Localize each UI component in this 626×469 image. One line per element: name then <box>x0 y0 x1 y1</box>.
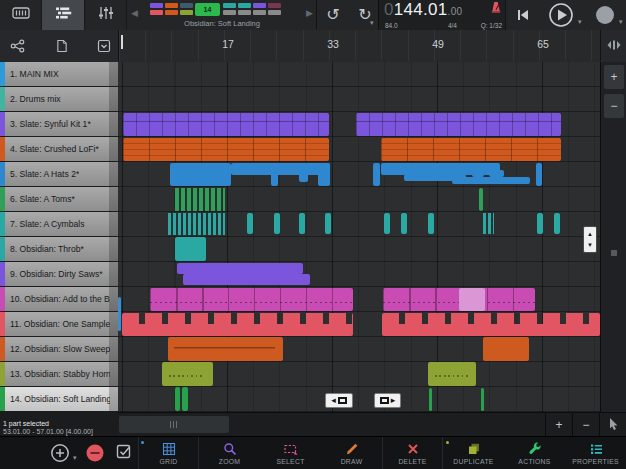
clip[interactable] <box>401 213 407 234</box>
zoom-in-vertical-button[interactable]: + <box>604 65 624 89</box>
overview-track-pill[interactable] <box>253 3 266 8</box>
play-button[interactable] <box>548 2 574 32</box>
zoom-out-vertical-button[interactable]: − <box>604 94 624 118</box>
auto-scroll-button[interactable] <box>599 413 626 436</box>
panel-splitter-button[interactable] <box>600 30 626 61</box>
clip[interactable] <box>483 213 494 234</box>
overview-selected-pill[interactable]: 14 <box>195 3 220 16</box>
zoom-out-horizontal-button[interactable]: − <box>572 413 599 436</box>
track-row[interactable]: 9. Obsidian: Dirty Saws* <box>0 262 118 286</box>
track-row[interactable]: 8. Obsidian: Throb* <box>0 237 118 261</box>
horizontal-scrollbar-thumb[interactable] <box>119 416 229 433</box>
clip[interactable] <box>481 388 484 411</box>
record-dropdown-caret-icon[interactable]: ▾ <box>619 18 623 26</box>
undo-button[interactable]: ↺ <box>320 3 346 27</box>
track-row[interactable]: 5. Slate: A Hats 2* <box>0 162 118 186</box>
mixer-view-button[interactable] <box>85 0 127 30</box>
overview-track-pill[interactable] <box>223 10 236 15</box>
transport-display[interactable]: 0144.01.00 84.0 4/4 Q: 1/32 <box>378 0 506 30</box>
track-row[interactable]: 3. Slate: Synful Kit 1* <box>0 112 118 136</box>
overview-track-pill[interactable] <box>268 3 281 8</box>
stepper-up-icon[interactable]: ▲ <box>587 231 593 237</box>
metronome-icon[interactable] <box>490 1 502 19</box>
overview-track-pill[interactable] <box>253 10 266 15</box>
clip[interactable] <box>382 313 600 336</box>
add-track-button[interactable] <box>50 443 70 467</box>
clip[interactable] <box>175 237 206 261</box>
toolbar-button-delete[interactable]: DELETE <box>382 437 443 469</box>
clip[interactable] <box>175 188 225 211</box>
vertical-stepper-control[interactable]: ▲ ▼ <box>583 226 597 253</box>
toolbar-button-actions[interactable]: ACTIONS <box>504 437 565 469</box>
media-browser-button[interactable] <box>0 0 42 30</box>
overview-prev-arrow-icon[interactable]: ◀ <box>131 8 138 18</box>
clip[interactable] <box>452 177 530 184</box>
toolbar-button-select[interactable]: SELECT <box>260 437 321 469</box>
clip[interactable] <box>271 163 278 186</box>
clip[interactable] <box>274 213 280 234</box>
track-row[interactable]: 4. Slate: Crushed LoFi* <box>0 137 118 161</box>
clip[interactable] <box>162 362 213 386</box>
horizontal-scrollbar-track[interactable] <box>118 413 545 436</box>
clip[interactable] <box>459 288 485 311</box>
track-row[interactable]: 7. Slate: A Cymbals <box>0 212 118 236</box>
arrange-view-button[interactable] <box>42 0 85 30</box>
clip[interactable] <box>150 288 353 311</box>
toolbar-button-zoom[interactable]: ZOOM <box>199 437 260 469</box>
clip[interactable] <box>182 387 188 411</box>
redo-dropdown-caret-icon[interactable]: ▾ <box>370 19 374 27</box>
clip[interactable] <box>472 170 484 177</box>
overview-track-pill[interactable] <box>268 10 281 15</box>
clip[interactable] <box>231 163 330 175</box>
clip[interactable] <box>299 163 308 182</box>
clip[interactable] <box>183 274 310 285</box>
clip[interactable] <box>175 387 180 411</box>
clip[interactable] <box>384 213 390 234</box>
routing-icon[interactable] <box>10 39 26 57</box>
clip[interactable] <box>356 113 561 136</box>
overview-track-pill[interactable] <box>150 10 163 15</box>
locator-right-button[interactable]: ▸ <box>374 393 401 408</box>
clip[interactable] <box>489 170 504 177</box>
arrange-grid[interactable]: ▲ ▼ ◂▸ <box>118 62 600 412</box>
clip[interactable] <box>381 138 561 161</box>
track-row[interactable]: 10. Obsidian: Add to the Bass* <box>0 287 118 311</box>
record-button[interactable] <box>594 4 616 30</box>
clip[interactable] <box>170 163 231 186</box>
clip[interactable] <box>123 113 329 136</box>
locator-left-button[interactable]: ◂ <box>325 393 353 408</box>
ruler[interactable]: 17334965 <box>118 30 601 61</box>
track-row[interactable]: 6. Slate: A Toms* <box>0 187 118 211</box>
clip[interactable] <box>247 213 253 234</box>
zoom-in-horizontal-button[interactable]: + <box>545 413 572 436</box>
overview-track-pill[interactable] <box>165 3 178 8</box>
toolbar-button-grid[interactable]: GRID <box>138 437 199 469</box>
clip[interactable] <box>318 163 330 186</box>
overview-track-pill[interactable] <box>238 3 251 8</box>
track-row[interactable]: 14. Obsidian: Soft Landing <box>0 387 118 411</box>
add-track-caret-icon[interactable]: ▾ <box>73 454 77 462</box>
clip[interactable] <box>168 213 225 235</box>
clip[interactable] <box>483 337 529 361</box>
play-dropdown-caret-icon[interactable]: ▾ <box>578 18 582 26</box>
clip[interactable] <box>428 362 476 386</box>
overview-track-pill[interactable] <box>238 10 251 15</box>
clip[interactable] <box>429 388 432 411</box>
clip[interactable] <box>122 313 353 336</box>
overview-track-pill[interactable] <box>180 10 193 15</box>
clip[interactable] <box>325 213 331 234</box>
toolbar-button-draw[interactable]: DRAW <box>321 437 382 469</box>
multi-select-checkbox-button[interactable] <box>116 443 133 464</box>
overview-next-arrow-icon[interactable]: ▶ <box>306 8 313 18</box>
clip[interactable] <box>373 163 380 186</box>
overview-track-pill[interactable] <box>223 3 236 8</box>
clip[interactable] <box>554 213 560 234</box>
remove-track-button[interactable] <box>85 443 105 467</box>
clip[interactable] <box>299 213 305 234</box>
clip[interactable] <box>537 213 543 234</box>
stepper-down-icon[interactable]: ▼ <box>587 242 593 248</box>
toolbar-button-duplicate[interactable]: DUPLICATE <box>443 437 504 469</box>
overview-track-pill[interactable] <box>165 10 178 15</box>
clip[interactable] <box>479 188 483 211</box>
document-icon[interactable] <box>56 39 68 57</box>
